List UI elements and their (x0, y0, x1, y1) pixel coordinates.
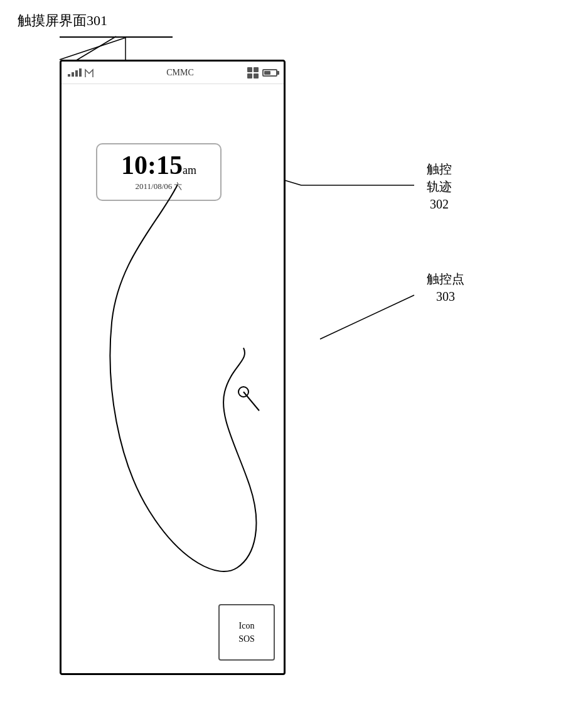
page-title: 触摸屏界面301 (18, 11, 107, 30)
signal-bar-4 (79, 68, 82, 77)
signal-bars (68, 68, 82, 77)
phone-frame: CMMC 10:15am 2011/08/06 六 Icon SOS (60, 60, 286, 675)
signal-bar-3 (75, 70, 78, 77)
sos-label-line2: SOS (238, 632, 255, 646)
clock-time: 10:15am (107, 152, 210, 178)
touch-point-circle (238, 387, 249, 397)
svg-line-5 (75, 36, 116, 61)
svg-line-6 (243, 392, 259, 411)
annotation-trajectory-302: 触控 轨迹 302 (427, 160, 452, 213)
svg-line-4 (320, 295, 414, 339)
carrier-label: CMMC (166, 68, 194, 78)
sos-icon[interactable]: Icon SOS (218, 604, 275, 661)
signal-bar-1 (68, 74, 70, 77)
clock-widget: 10:15am 2011/08/06 六 (96, 143, 222, 201)
signal-bar-2 (72, 72, 74, 77)
title-underline (60, 36, 173, 38)
battery-icon (262, 69, 277, 77)
grid-icon (247, 67, 259, 78)
annotation-touch-point-303: 触控点 303 (427, 270, 464, 305)
status-icons (247, 67, 277, 78)
clock-time-value: 10:15 (121, 151, 183, 180)
antenna-icon (84, 67, 94, 78)
sos-label-line1: Icon (239, 619, 255, 632)
status-bar: CMMC (61, 62, 284, 84)
svg-line-1 (60, 38, 126, 60)
clock-date: 2011/08/06 六 (107, 181, 210, 192)
clock-ampm: am (183, 164, 196, 176)
